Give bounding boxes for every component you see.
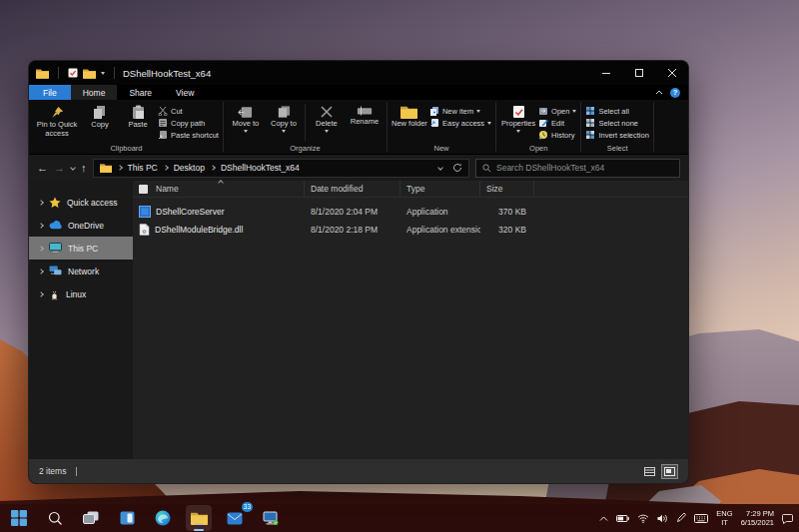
paste-shortcut-button[interactable]: Paste shortcut xyxy=(158,130,219,140)
edit-button[interactable]: Edit xyxy=(538,118,576,128)
minimize-button[interactable] xyxy=(589,61,622,85)
new-item-button[interactable]: New item xyxy=(429,106,491,116)
close-button[interactable] xyxy=(655,61,688,85)
tray-expand-chevron-icon[interactable] xyxy=(599,516,608,521)
expand-chevron-icon[interactable] xyxy=(38,200,44,206)
sidebar-item-quick-access[interactable]: Quick access xyxy=(29,191,133,214)
file-row[interactable]: DShellModuleBridge.dll 8/1/2020 2:18 PM … xyxy=(133,221,688,239)
pen-icon[interactable] xyxy=(676,513,686,523)
recent-locations-icon[interactable] xyxy=(70,165,76,171)
column-header-name[interactable]: Name xyxy=(133,181,305,197)
move-to-button[interactable]: Move to xyxy=(228,102,264,143)
sidebar-item-onedrive[interactable]: OneDrive xyxy=(29,214,133,237)
divider xyxy=(653,102,654,152)
refresh-icon[interactable] xyxy=(452,163,462,173)
back-icon[interactable]: ← xyxy=(37,163,48,174)
qat-properties-icon[interactable] xyxy=(68,68,78,78)
collapse-ribbon-icon[interactable] xyxy=(655,90,663,95)
history-button[interactable]: History xyxy=(538,130,576,140)
column-header-type[interactable]: Type xyxy=(400,181,480,197)
copy-button[interactable]: Copy xyxy=(82,102,118,143)
select-all-button[interactable]: Select all xyxy=(585,106,648,116)
new-folder-button[interactable]: New folder xyxy=(392,102,427,143)
wifi-icon[interactable] xyxy=(637,514,649,523)
address-dropdown-icon[interactable] xyxy=(437,165,443,171)
search-input[interactable] xyxy=(496,163,673,173)
expand-chevron-icon[interactable] xyxy=(38,291,44,297)
mail-icon xyxy=(227,512,243,525)
crumb-this-pc[interactable]: This PC xyxy=(128,163,158,173)
sidebar-item-this-pc[interactable]: This PC xyxy=(29,237,133,260)
cut-button[interactable]: Cut xyxy=(158,106,219,116)
qat-new-folder-icon[interactable] xyxy=(83,68,96,79)
invert-selection-button[interactable]: Invert selection xyxy=(585,130,648,140)
copy-to-button[interactable]: Copy to xyxy=(266,102,302,143)
sidebar-item-linux[interactable]: Linux xyxy=(29,282,133,305)
taskbar-search-button[interactable] xyxy=(42,505,68,531)
application-file-icon xyxy=(139,206,151,218)
breadcrumb[interactable]: This PC Desktop DShellHookTest_x64 xyxy=(93,159,470,178)
file-row[interactable]: DShellCoreServer 8/1/2020 2:04 PM Applic… xyxy=(133,203,688,221)
paste-button[interactable]: Paste xyxy=(120,102,156,143)
windows-logo-icon xyxy=(11,510,27,526)
mail-button[interactable]: 33 xyxy=(222,505,248,531)
open-button[interactable]: Open xyxy=(538,106,576,116)
qat-customize-caret-icon[interactable] xyxy=(101,72,105,75)
easy-access-button[interactable]: Easy access xyxy=(429,118,491,128)
pin-to-quick-access-button[interactable]: Pin to Quick access xyxy=(34,102,80,143)
open-icon xyxy=(538,106,548,116)
edge-button[interactable] xyxy=(150,505,176,531)
delete-button[interactable]: Delete xyxy=(309,102,345,143)
item-count: 2 items xyxy=(39,466,66,476)
help-icon[interactable]: ? xyxy=(670,88,680,98)
properties-button[interactable]: Properties xyxy=(500,102,536,143)
volume-icon[interactable] xyxy=(657,514,668,523)
linux-penguin-icon xyxy=(49,288,60,300)
search-icon xyxy=(48,511,63,526)
select-all-checkbox[interactable] xyxy=(139,185,148,194)
touch-keyboard-icon[interactable] xyxy=(694,514,708,523)
divider xyxy=(76,467,77,476)
clock[interactable]: 7:29 PM 6/15/2021 xyxy=(741,509,774,528)
group-select: Select all Select none Invert selection … xyxy=(582,100,651,154)
title-bar[interactable]: DShellHookTest_x64 xyxy=(29,61,688,85)
copy-path-button[interactable]: Copy path xyxy=(158,118,219,128)
details-view-button[interactable] xyxy=(641,464,658,479)
large-icons-view-button[interactable] xyxy=(661,464,678,479)
search-box[interactable] xyxy=(475,159,680,178)
address-bar: ← → ↑ This PC Desktop DShellHookTest_x64 xyxy=(29,155,688,181)
group-label-open: Open xyxy=(500,143,576,154)
up-icon[interactable]: ↑ xyxy=(81,163,87,174)
tab-view[interactable]: View xyxy=(164,85,206,100)
expand-chevron-icon[interactable] xyxy=(38,246,44,252)
tab-file[interactable]: File xyxy=(29,85,71,100)
group-new: New folder New item Easy access New xyxy=(389,100,494,154)
status-bar: 2 items xyxy=(29,459,688,483)
column-header-size[interactable]: Size xyxy=(480,181,534,197)
file-explorer-button[interactable] xyxy=(186,505,212,531)
notification-center-icon[interactable] xyxy=(782,513,793,524)
maximize-button[interactable] xyxy=(622,61,655,85)
column-header-date-modified[interactable]: Date modified xyxy=(305,181,400,197)
tab-share[interactable]: Share xyxy=(117,85,164,100)
expand-chevron-icon[interactable] xyxy=(38,268,44,274)
widgets-button[interactable] xyxy=(114,505,140,531)
battery-icon[interactable] xyxy=(616,515,629,522)
forward-icon[interactable]: → xyxy=(54,163,65,174)
task-view-button[interactable] xyxy=(78,505,104,531)
language-indicator[interactable]: ENG IT xyxy=(716,509,732,528)
new-item-icon xyxy=(429,106,439,116)
sidebar-item-network[interactable]: Network xyxy=(29,260,133,282)
crumb-desktop[interactable]: Desktop xyxy=(174,163,205,173)
tab-home[interactable]: Home xyxy=(71,85,118,100)
select-none-button[interactable]: Select none xyxy=(585,118,648,128)
remote-pc-button[interactable] xyxy=(258,505,284,531)
group-label-select: Select xyxy=(585,143,648,154)
rename-button[interactable]: Rename xyxy=(347,102,383,143)
expand-chevron-icon[interactable] xyxy=(38,223,44,229)
crumb-current-folder[interactable]: DShellHookTest_x64 xyxy=(221,163,300,173)
start-button[interactable] xyxy=(6,505,32,531)
navigation-pane: Quick access OneDrive This PC Network Li xyxy=(29,181,133,459)
edge-icon xyxy=(155,510,171,526)
copy-to-caret-icon xyxy=(282,130,286,133)
